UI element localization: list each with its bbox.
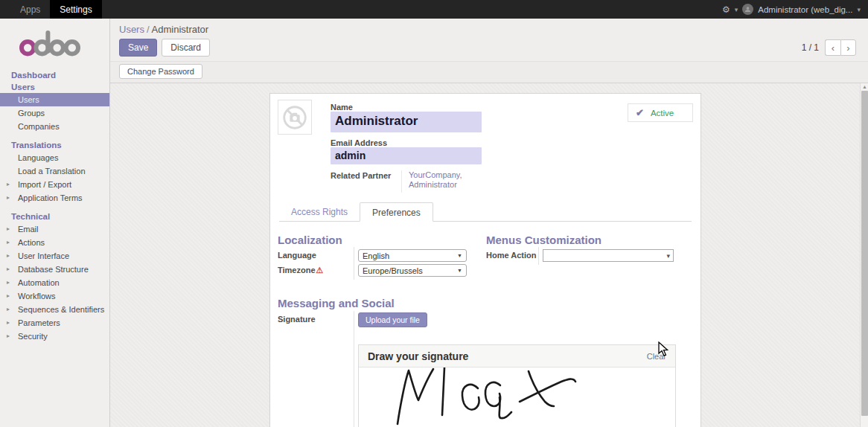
top-menu-left: Apps Settings xyxy=(0,0,102,19)
pager-next-button[interactable]: › xyxy=(840,39,856,56)
sidebar-item-load-a-translation[interactable]: Load a Translation xyxy=(0,164,109,178)
signature-panel: Draw your signature Clear xyxy=(358,344,676,427)
form-view-area: Name Administrator Email Address admin R… xyxy=(110,83,868,427)
signature-clear-link[interactable]: Clear xyxy=(647,352,666,361)
sidebar-item-actions[interactable]: ▸Actions xyxy=(0,236,109,249)
scrollbar-thumb[interactable] xyxy=(861,91,868,416)
expand-arrow-icon: ▸ xyxy=(7,333,10,339)
control-panel-buttons: Save Discard 1 / 1 ‹ › xyxy=(110,36,868,61)
sidebar-item-label: Workflows xyxy=(18,292,56,301)
tab-preferences[interactable]: Preferences xyxy=(360,202,433,222)
sidebar-item-label: Parameters xyxy=(18,318,60,327)
sidebar-item-languages[interactable]: Languages xyxy=(0,151,109,164)
sidebar-item-label: Automation xyxy=(18,278,60,287)
related-partner-link[interactable]: Administrator xyxy=(409,180,462,190)
breadcrumb-separator: / xyxy=(144,24,152,35)
expand-arrow-icon: ▸ xyxy=(7,181,10,187)
menus-customization-section-title: Menus Customization xyxy=(486,234,601,246)
sidebar-item-security[interactable]: ▸Security xyxy=(0,330,109,343)
breadcrumb-current: Administrator xyxy=(152,24,209,35)
breadcrumb: Users/Administrator xyxy=(110,19,868,36)
sidebar-item-sequences-identifiers[interactable]: ▸Sequences & Identifiers xyxy=(0,303,109,316)
timezone-value: Europe/Brussels xyxy=(363,266,423,275)
name-label: Name xyxy=(331,103,353,112)
user-menu[interactable]: Administrator (web_dig... xyxy=(758,5,852,14)
sidebar-item-application-terms[interactable]: ▸Application Terms xyxy=(0,191,109,205)
sidebar-section-technical[interactable]: Technical xyxy=(0,211,109,222)
select-caret-icon: ▼ xyxy=(457,253,462,258)
sidebar-item-label: Database Structure xyxy=(18,265,89,274)
sidebar-item-users[interactable]: Users xyxy=(0,93,109,106)
sidebar-gap xyxy=(0,133,109,139)
expand-arrow-icon: ▸ xyxy=(7,194,10,201)
name-input[interactable]: Administrator xyxy=(331,112,482,132)
timezone-label: Timezone⚠ xyxy=(278,266,323,275)
signature-drawing xyxy=(359,367,675,427)
expand-arrow-icon: ▸ xyxy=(7,266,10,272)
save-button[interactable]: Save xyxy=(119,39,157,57)
related-partner-label: Related Partner xyxy=(331,171,391,180)
expand-arrow-icon: ▸ xyxy=(7,292,10,299)
sidebar-section-dashboard[interactable]: Dashboard xyxy=(0,69,109,81)
debug-menu-icon[interactable]: ⚙ xyxy=(722,4,730,15)
home-action-label: Home Action xyxy=(486,251,536,260)
pager: 1 / 1 ‹ › xyxy=(802,39,856,56)
user-photo-field[interactable] xyxy=(278,100,312,135)
sidebar-section-translations[interactable]: Translations xyxy=(0,139,109,151)
language-value: English xyxy=(363,251,389,260)
sidebar-item-label: Security xyxy=(18,332,48,341)
sidebar-item-parameters[interactable]: ▸Parameters xyxy=(0,316,109,330)
discard-button[interactable]: Discard xyxy=(162,39,210,57)
sidebar-item-email[interactable]: ▸Email xyxy=(0,222,109,236)
related-partner-link[interactable]: YourCompany, xyxy=(409,170,462,180)
top-menu-right: ⚙ ▾ Administrator (web_dig... ▾ xyxy=(722,0,868,19)
top-menu-bar: Apps Settings ⚙ ▾ Administrator (web_dig… xyxy=(0,0,868,19)
odoo-logo xyxy=(0,19,109,69)
sidebar-item-user-interface[interactable]: ▸User Interface xyxy=(0,249,109,263)
settings-sidebar: Dashboard Users Users Groups Companies T… xyxy=(0,19,110,427)
form-action-bar: Change Password xyxy=(110,61,868,83)
sidebar-item-workflows[interactable]: ▸Workflows xyxy=(0,289,109,303)
sidebar-item-companies[interactable]: Companies xyxy=(0,120,109,133)
signature-canvas[interactable] xyxy=(359,367,675,427)
chevron-left-icon: ‹ xyxy=(832,42,835,54)
group-separator xyxy=(354,311,354,427)
chevron-right-icon: › xyxy=(846,42,849,54)
home-action-combobox[interactable]: ▾ xyxy=(543,249,674,262)
timezone-select[interactable]: Europe/Brussels ▼ xyxy=(358,264,467,277)
sidebar-item-database-structure[interactable]: ▸Database Structure xyxy=(0,263,109,276)
user-menu-caret-icon: ▾ xyxy=(857,6,861,13)
menu-settings[interactable]: Settings xyxy=(50,0,101,19)
expand-arrow-icon: ▸ xyxy=(7,279,10,286)
debug-caret-icon: ▾ xyxy=(735,6,738,13)
odoo-logo-icon xyxy=(19,29,80,59)
tab-access-rights[interactable]: Access Rights xyxy=(279,202,360,221)
sidebar-item-label: User Interface xyxy=(18,251,69,260)
active-field[interactable]: ✔ Active xyxy=(628,103,693,122)
user-avatar xyxy=(742,4,753,15)
pager-buttons: ‹ › xyxy=(825,39,856,56)
sidebar-section-users[interactable]: Users xyxy=(0,81,109,93)
sidebar-item-import-export[interactable]: ▸Import / Export xyxy=(0,178,109,191)
sidebar-item-automation[interactable]: ▸Automation xyxy=(0,276,109,289)
pager-previous-button[interactable]: ‹ xyxy=(825,39,840,56)
breadcrumb-users-link[interactable]: Users xyxy=(119,24,144,35)
active-label: Active xyxy=(651,109,674,118)
sidebar-gap xyxy=(0,205,109,211)
sidebar-item-label: Import / Export xyxy=(18,180,71,189)
email-label: Email Address xyxy=(331,138,387,147)
expand-arrow-icon: ▸ xyxy=(7,252,10,259)
localization-section-title: Localization xyxy=(278,234,342,246)
sidebar-item-groups[interactable]: Groups xyxy=(0,106,109,120)
menu-apps[interactable]: Apps xyxy=(10,0,50,19)
upload-file-button[interactable]: Upload your file xyxy=(358,312,427,327)
signature-label: Signature xyxy=(278,315,316,324)
scrollbar-up-arrow[interactable]: ▲ xyxy=(861,84,868,89)
vertical-scrollbar[interactable]: ▲ xyxy=(860,83,868,427)
person-icon xyxy=(744,6,751,13)
language-label: Language xyxy=(278,251,316,260)
language-select[interactable]: English ▼ xyxy=(358,249,467,262)
change-password-button[interactable]: Change Password xyxy=(119,64,202,79)
signature-panel-title: Draw your signature xyxy=(368,350,468,362)
email-input[interactable]: admin xyxy=(331,147,482,164)
